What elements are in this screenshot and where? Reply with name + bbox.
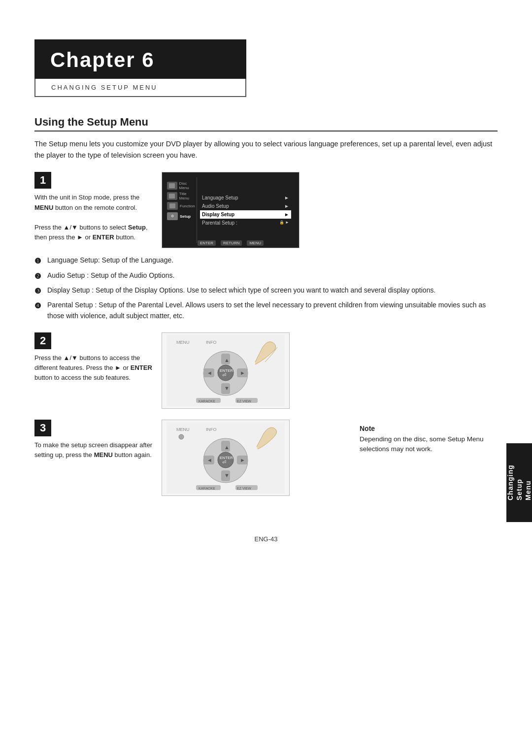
- side-tab-text: ChangingSetupMenu: [506, 465, 532, 501]
- bullet-text-1: Language Setup: Setup of the Language.: [47, 255, 173, 266]
- svg-text:INFO: INFO: [206, 340, 217, 345]
- step-2-text: Press the ▲/▼ buttons to access the diff…: [34, 353, 153, 383]
- svg-text:⏎: ⏎: [222, 460, 226, 465]
- svg-text:INFO: INFO: [206, 427, 217, 432]
- bullet-num-3: ❸: [34, 285, 43, 296]
- steps-area: 1 With the unit in Stop mode, press the …: [34, 172, 498, 248]
- step-2-number: 2: [34, 332, 51, 349]
- svg-text:◄: ◄: [207, 457, 212, 463]
- svg-text:MENU: MENU: [176, 427, 190, 432]
- chapter-subtitle: Changing Setup Menu: [34, 79, 246, 97]
- bullet-num-2: ❷: [34, 270, 43, 282]
- note-label: Note: [360, 425, 498, 432]
- remote-svg-2: MENU INFO ENTER ⏎ ▲ ▼ ◄ ► KA: [166, 335, 285, 406]
- svg-text:▼: ▼: [224, 385, 230, 391]
- svg-text:▼: ▼: [224, 472, 230, 478]
- bullet-text-2: Audio Setup : Setup of the Audio Options…: [47, 270, 174, 282]
- bullet-item-1: ❶ Language Setup: Setup of the Language.: [34, 255, 498, 266]
- intro-text: The Setup menu lets you customize your D…: [34, 138, 498, 161]
- page-number: ENG-43: [255, 535, 278, 543]
- chapter-header: Chapter 6 Changing Setup Menu: [34, 39, 246, 97]
- note-text: Depending on the disc, some Setup Menu s…: [360, 434, 498, 455]
- step-3-text: To make the setup screen disappear after…: [34, 440, 153, 460]
- bullet-item-3: ❸ Display Setup : Setup of the Display O…: [34, 285, 498, 296]
- step-1-text: With the unit in Stop mode, press the ME…: [34, 193, 153, 242]
- step-3-number: 3: [34, 420, 51, 436]
- step-1-screenshot: Disc Menu Title Menu: [162, 172, 299, 248]
- bullet-num-4: ❹: [34, 300, 43, 321]
- step-1-number: 1: [34, 172, 51, 189]
- step-2-remote: MENU INFO ENTER ⏎ ▲ ▼ ◄ ► KA: [162, 332, 290, 409]
- bullet-item-2: ❷ Audio Setup : Setup of the Audio Optio…: [34, 270, 498, 282]
- step-1-left: 1 With the unit in Stop mode, press the …: [34, 172, 153, 242]
- svg-text:►: ►: [240, 457, 245, 463]
- step-3-row: 3 To make the setup screen disappear aft…: [34, 420, 351, 496]
- step-1-row: 1 With the unit in Stop mode, press the …: [34, 172, 498, 248]
- svg-text:KARAOKE: KARAOKE: [199, 487, 215, 490]
- chapter-title: Chapter 6: [34, 39, 246, 79]
- remote-svg-3: MENU INFO ENTER ⏎ ▲ ▼ ◄ ►: [166, 422, 285, 493]
- svg-text:►: ►: [240, 370, 245, 376]
- step-3-remote: MENU INFO ENTER ⏎ ▲ ▼ ◄ ►: [162, 420, 290, 496]
- svg-text:▲: ▲: [224, 444, 230, 450]
- svg-point-22: [179, 434, 184, 439]
- svg-text:⏎: ⏎: [222, 372, 226, 378]
- svg-text:KARAOKE: KARAOKE: [199, 399, 215, 403]
- bullet-list: ❶ Language Setup: Setup of the Language.…: [34, 255, 498, 321]
- step-2-row: 2 Press the ▲/▼ buttons to access the di…: [34, 332, 498, 409]
- step-3-left: 3 To make the setup screen disappear aft…: [34, 420, 153, 460]
- svg-text:EZ VIEW: EZ VIEW: [237, 487, 251, 490]
- svg-text:MENU: MENU: [176, 340, 190, 345]
- svg-text:◄: ◄: [207, 370, 212, 376]
- side-tab: ChangingSetupMenu: [506, 443, 532, 522]
- note-box: Note Depending on the disc, some Setup M…: [360, 425, 498, 455]
- svg-text:▲: ▲: [224, 357, 230, 363]
- bullet-num-1: ❶: [34, 255, 43, 266]
- page-footer: ENG-43: [0, 535, 532, 558]
- section-heading: Using the Setup Menu: [34, 116, 498, 131]
- bullet-text-3: Display Setup : Setup of the Display Opt…: [47, 285, 435, 296]
- step-3-area: 3 To make the setup screen disappear aft…: [34, 420, 498, 496]
- bullet-item-4: ❹ Parental Setup : Setup of the Parental…: [34, 300, 498, 321]
- step-2-left: 2 Press the ▲/▼ buttons to access the di…: [34, 332, 153, 383]
- bullet-text-4: Parental Setup : Setup of the Parental L…: [47, 300, 498, 321]
- svg-text:EZ VIEW: EZ VIEW: [237, 399, 251, 403]
